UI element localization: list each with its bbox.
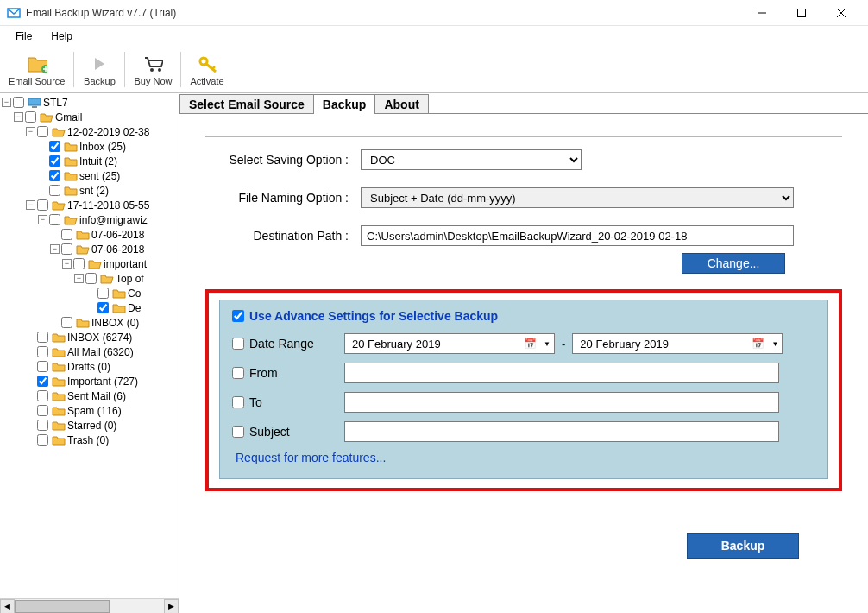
tree-node[interactable]: All Mail (6320) (0, 344, 179, 359)
tree-checkbox[interactable] (97, 302, 109, 313)
tree-node[interactable]: −Top of (0, 271, 179, 286)
to-input[interactable] (344, 392, 779, 413)
tree-checkbox[interactable] (37, 361, 48, 372)
tree-checkbox[interactable] (49, 141, 60, 152)
naming-option-select[interactable]: Subject + Date (dd-mm-yyyy) (361, 187, 794, 208)
activate-button[interactable]: Activate (181, 47, 232, 92)
tree-checkbox[interactable] (49, 170, 60, 181)
subject-checkbox[interactable] (232, 426, 244, 438)
tree-checkbox[interactable] (37, 199, 48, 211)
buy-now-button[interactable]: Buy Now (125, 47, 180, 92)
tree-checkbox[interactable] (61, 229, 72, 240)
folder-open-icon (100, 273, 114, 285)
tree-checkbox[interactable] (37, 434, 48, 446)
maximize-button[interactable] (782, 0, 821, 26)
separator (205, 136, 842, 137)
tree-checkbox[interactable] (61, 317, 72, 328)
tree-node[interactable]: −12-02-2019 02-38 (0, 124, 179, 139)
collapse-icon[interactable]: − (14, 112, 23, 122)
scroll-left-icon[interactable]: ◀ (0, 599, 15, 614)
tree-node[interactable]: Trash (0) (0, 433, 179, 447)
scrollbar-thumb[interactable] (15, 600, 110, 613)
email-source-button[interactable]: Email Source (0, 47, 73, 92)
tree-checkbox[interactable] (97, 288, 109, 299)
tree-checkbox[interactable] (25, 111, 36, 123)
collapse-icon[interactable]: − (26, 127, 35, 136)
tree-checkbox[interactable] (37, 346, 48, 357)
tree-checkbox[interactable] (37, 126, 48, 137)
saving-option-select[interactable]: DOC (361, 149, 582, 170)
tree-node[interactable]: Sent Mail (6) (0, 389, 179, 403)
tree-node[interactable]: Important (727) (0, 374, 179, 389)
tree-checkbox[interactable] (37, 332, 48, 343)
minimize-button[interactable] (742, 0, 782, 26)
tree-root[interactable]: −STL7 (0, 95, 179, 110)
subject-input[interactable] (344, 421, 779, 442)
tree-checkbox[interactable] (13, 97, 24, 108)
highlight-box: Use Advance Settings for Selective Backu… (205, 289, 842, 491)
menu-file[interactable]: File (7, 28, 41, 45)
collapse-icon[interactable]: − (26, 200, 35, 210)
tree-checkbox[interactable] (49, 214, 60, 225)
folder-plus-icon (27, 54, 47, 74)
tab-backup[interactable]: Backup (313, 94, 376, 114)
date-range-checkbox[interactable] (232, 338, 244, 350)
collapse-icon[interactable]: − (62, 259, 72, 269)
buy-now-label: Buy Now (134, 76, 172, 86)
tree-node[interactable]: Co (0, 286, 179, 300)
tree-checkbox[interactable] (37, 405, 48, 416)
collapse-icon[interactable]: − (2, 98, 11, 107)
backup-button[interactable]: Backup (687, 533, 799, 559)
change-button[interactable]: Change... (682, 253, 785, 274)
horizontal-scrollbar[interactable]: ◀ ▶ (0, 598, 179, 613)
tree-node[interactable]: −07-06-2018 (0, 242, 179, 256)
tree-node[interactable]: Inbox (25) (0, 139, 179, 154)
tree-node[interactable]: INBOX (6274) (0, 330, 179, 344)
close-button[interactable] (821, 0, 861, 26)
from-input[interactable] (344, 363, 779, 383)
tree-node[interactable]: −info@migrawiz (0, 212, 179, 227)
date-to-picker[interactable]: 20 February 2019📅▼ (572, 333, 783, 354)
tree-node[interactable]: INBOX (0) (0, 315, 179, 330)
collapse-icon[interactable]: − (50, 244, 60, 254)
tree-node[interactable]: De (0, 300, 179, 315)
tree-checkbox[interactable] (49, 185, 60, 196)
scroll-right-icon[interactable]: ▶ (164, 599, 179, 614)
destination-path-input[interactable] (361, 225, 794, 246)
collapse-icon[interactable]: − (74, 274, 84, 283)
tree-checkbox[interactable] (37, 390, 48, 401)
date-from-picker[interactable]: 20 February 2019📅▼ (344, 333, 555, 354)
tree-node[interactable]: Intuit (2) (0, 154, 179, 168)
backup-toolbar-label: Backup (84, 76, 116, 86)
tree-checkbox[interactable] (37, 376, 48, 387)
tree-checkbox[interactable] (37, 420, 48, 431)
svg-rect-2 (798, 9, 806, 16)
menu-help[interactable]: Help (42, 28, 81, 45)
to-label: To (249, 395, 262, 409)
tree-node[interactable]: snt (2) (0, 183, 179, 198)
tree-node[interactable]: −17-11-2018 05-55 (0, 198, 179, 212)
tree-node[interactable]: Spam (116) (0, 403, 179, 418)
backup-toolbar-button[interactable]: Backup (74, 47, 124, 92)
tree-node[interactable]: Starred (0) (0, 418, 179, 433)
tree-node[interactable]: 07-06-2018 (0, 227, 179, 242)
collapse-icon[interactable]: − (38, 215, 47, 224)
tree-node[interactable]: sent (25) (0, 168, 179, 183)
use-advance-checkbox[interactable] (232, 310, 244, 322)
tree-node[interactable]: −important (0, 256, 179, 271)
to-checkbox[interactable] (232, 396, 244, 408)
from-checkbox[interactable] (232, 367, 244, 379)
tree-checkbox[interactable] (49, 155, 60, 167)
tree-checkbox[interactable] (85, 273, 97, 284)
tree-checkbox[interactable] (73, 258, 85, 269)
request-features-link[interactable]: Request for more features... (236, 451, 815, 464)
tree-node[interactable]: Drafts (0) (0, 359, 179, 374)
svg-rect-13 (28, 98, 41, 105)
folder-open-icon (76, 243, 90, 256)
tab-about[interactable]: About (374, 94, 428, 114)
tree-gmail[interactable]: −Gmail (0, 110, 179, 124)
tab-select-email-source[interactable]: Select Email Source (179, 94, 314, 114)
svg-point-9 (158, 68, 161, 72)
folder-icon (52, 346, 66, 358)
tree-checkbox[interactable] (61, 243, 72, 255)
